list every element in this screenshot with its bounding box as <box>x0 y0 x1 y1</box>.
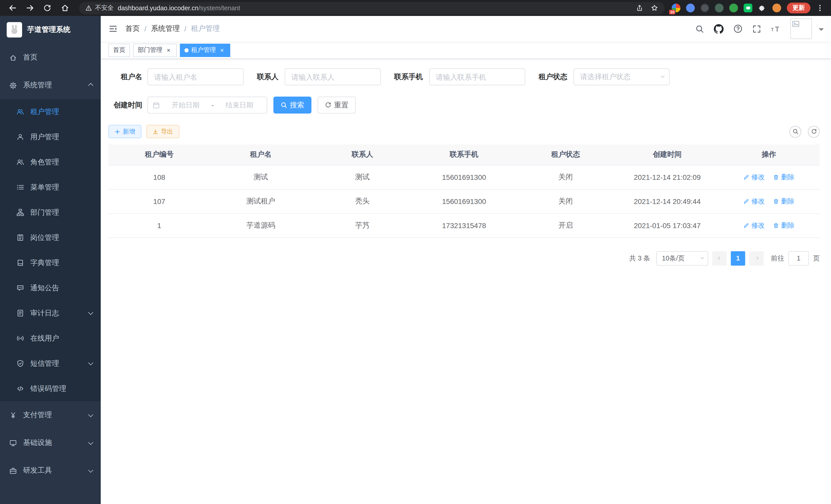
fullscreen-button[interactable] <box>752 24 761 33</box>
mobile-input[interactable] <box>429 68 525 85</box>
extension-colorful-icon[interactable]: 10 <box>672 4 681 12</box>
sidebar-collapse-button[interactable] <box>101 16 125 41</box>
edit-pencil-icon <box>743 222 749 228</box>
extension-darkgreen-icon[interactable] <box>715 4 724 12</box>
sidebar-item-home[interactable]: 首页 <box>0 44 101 71</box>
sidebar-item-user[interactable]: 用户管理 <box>0 124 101 149</box>
breadcrumb-home[interactable]: 首页 <box>125 24 140 33</box>
chrome-update-button[interactable]: 更新 <box>787 3 810 13</box>
add-button[interactable]: 新增 <box>109 125 141 138</box>
status-select[interactable]: 请选择租户状态 <box>574 68 670 85</box>
post-badge-icon <box>17 234 24 241</box>
sidebar-item-audit-log[interactable]: 审计日志 <box>0 301 101 326</box>
create-time-range-picker[interactable]: 开始日期 - 结束日期 <box>147 97 267 114</box>
sidebar-item-payment[interactable]: 支付管理 <box>0 401 101 429</box>
export-button[interactable]: 导出 <box>146 125 179 138</box>
help-button[interactable] <box>733 24 743 33</box>
refresh-table-button[interactable] <box>808 126 820 138</box>
bookmark-star-icon[interactable] <box>651 4 658 12</box>
chevron-down-icon <box>661 74 664 78</box>
user-avatar[interactable] <box>791 19 812 39</box>
breadcrumb-current: 租户管理 <box>191 24 220 33</box>
address-bar[interactable]: 不安全 dashboard.yudao.iocoder.cn/system/te… <box>79 2 664 14</box>
dept-tree-icon <box>17 209 24 216</box>
close-icon[interactable]: × <box>165 47 172 54</box>
top-navbar: 首页 / 系统管理 / 租户管理 <box>101 16 831 41</box>
breadcrumb-system[interactable]: 系统管理 <box>151 24 180 33</box>
screen: 不安全 dashboard.yudao.iocoder.cn/system/te… <box>0 0 831 504</box>
edit-label: 修改 <box>751 197 765 206</box>
chevron-down-icon <box>88 412 93 417</box>
sidebar-item-infrastructure[interactable]: 基础设施 <box>0 429 101 457</box>
contact-input[interactable] <box>285 68 381 85</box>
security-indicator[interactable]: 不安全 <box>85 4 114 12</box>
search-button[interactable]: 搜索 <box>274 97 311 114</box>
page-size-select[interactable]: 10条/页 <box>656 251 708 265</box>
delete-link[interactable]: 删除 <box>773 197 795 206</box>
sidebar-item-error-code[interactable]: 错误码管理 <box>0 376 101 401</box>
svg-text:T: T <box>775 25 779 33</box>
close-icon[interactable]: × <box>219 47 226 54</box>
cell-id: 107 <box>109 189 210 213</box>
sidebar-item-notice[interactable]: 通知公告 <box>0 275 101 301</box>
sidebar-item-post[interactable]: 岗位管理 <box>0 225 101 250</box>
breadcrumb: 首页 / 系统管理 / 租户管理 <box>125 24 220 33</box>
edit-link[interactable]: 修改 <box>743 172 765 182</box>
extension-green-icon[interactable] <box>729 4 738 12</box>
sidebar-item-dict[interactable]: 字典管理 <box>0 250 101 275</box>
chevron-left-icon <box>718 256 721 260</box>
sidebar-item-menu[interactable]: 菜单管理 <box>0 175 101 200</box>
cell-actions: 修改 删除 <box>718 189 820 213</box>
extension-wechat-icon[interactable] <box>744 4 752 12</box>
sidebar-item-system[interactable]: 系统管理 <box>0 71 101 99</box>
font-size-button[interactable]: TT <box>771 24 781 33</box>
sms-shield-icon <box>17 360 24 367</box>
notice-bubble-icon <box>17 284 24 292</box>
trash-icon <box>773 222 779 228</box>
sidebar-item-role[interactable]: 角色管理 <box>0 149 101 175</box>
extensions-puzzle-button[interactable] <box>758 4 767 12</box>
browser-refresh-button[interactable] <box>40 1 55 14</box>
col-actions: 操作 <box>718 144 820 165</box>
col-tenant-name: 租户名 <box>210 144 311 165</box>
header-search-button[interactable] <box>695 24 704 33</box>
browser-forward-button[interactable] <box>23 1 37 14</box>
page-number-1[interactable]: 1 <box>731 251 745 265</box>
tag-tenant-active[interactable]: 租户管理 × <box>180 43 230 57</box>
extension-dark-icon[interactable] <box>700 4 709 12</box>
sidebar-item-dev-tools[interactable]: 研发工具 <box>0 457 101 484</box>
dict-book-icon <box>17 259 24 267</box>
cell-contact: 秃头 <box>312 189 413 213</box>
browser-home-button[interactable] <box>58 1 72 14</box>
goto-page-input[interactable] <box>789 251 809 265</box>
sidebar-item-online-users[interactable]: 在线用户 <box>0 326 101 351</box>
browser-menu-dots-icon[interactable] <box>816 4 824 12</box>
edit-link[interactable]: 修改 <box>743 221 765 230</box>
share-icon[interactable] <box>636 4 643 12</box>
caret-down-icon[interactable] <box>819 28 824 33</box>
tag-home[interactable]: 首页 <box>109 43 130 57</box>
tag-dept[interactable]: 部门管理 × <box>133 43 177 57</box>
tenant-name-input[interactable] <box>147 68 243 85</box>
sidebar-item-sms[interactable]: 短信管理 <box>0 351 101 376</box>
github-link-button[interactable] <box>714 24 724 34</box>
profile-avatar-icon[interactable] <box>772 4 781 12</box>
next-page-button[interactable] <box>749 251 764 265</box>
breadcrumb-separator: / <box>144 25 146 33</box>
edit-link[interactable]: 修改 <box>743 197 765 206</box>
toggle-search-button[interactable] <box>790 126 801 138</box>
url-text[interactable]: dashboard.yudao.iocoder.cn/system/tenant <box>118 4 240 11</box>
page-unit-label: 页 <box>813 254 820 263</box>
prev-page-button[interactable] <box>712 251 727 265</box>
extension-blue-icon[interactable] <box>686 4 695 12</box>
delete-link[interactable]: 删除 <box>773 172 795 182</box>
delete-link[interactable]: 删除 <box>773 221 795 230</box>
browser-back-button[interactable] <box>5 1 20 14</box>
tag-label: 租户管理 <box>191 46 216 55</box>
puzzle-icon <box>758 4 766 12</box>
sidebar-item-dept[interactable]: 部门管理 <box>0 200 101 225</box>
broken-image-icon <box>792 20 800 28</box>
breadcrumb-separator: / <box>184 25 187 33</box>
reset-button[interactable]: 重置 <box>318 97 355 114</box>
sidebar-item-tenant[interactable]: 租户管理 <box>0 99 101 124</box>
